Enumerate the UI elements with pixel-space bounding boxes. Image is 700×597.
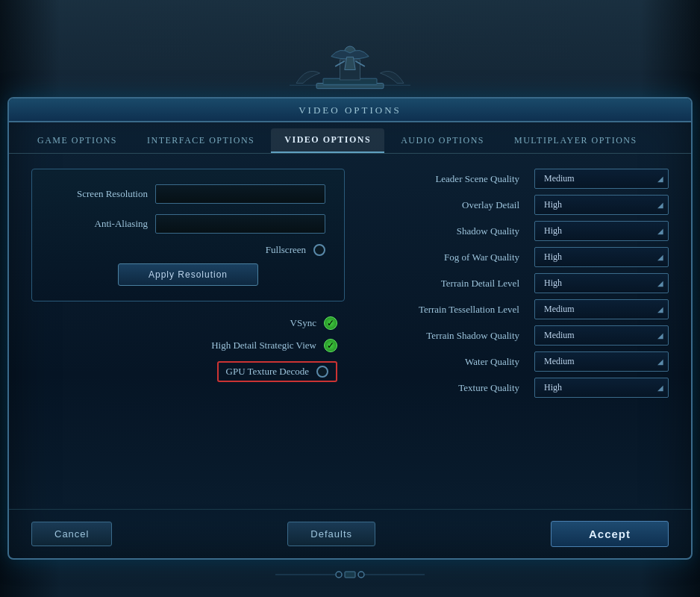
tab-multiplayer-options[interactable]: MULTIPLAYER OPTIONS bbox=[501, 129, 651, 152]
quality-row-terrain-tessellation: Terrain Tessellation Level Medium bbox=[367, 299, 669, 319]
high-detail-toggle[interactable]: ✓ bbox=[324, 339, 337, 352]
gpu-texture-radio[interactable] bbox=[316, 366, 328, 378]
terrain-detail-value: High bbox=[544, 278, 562, 289]
quality-row-terrain-shadow: Terrain Shadow Quality Medium bbox=[367, 325, 669, 346]
quality-row-shadow: Shadow Quality High bbox=[367, 221, 669, 241]
accept-button[interactable]: Accept bbox=[551, 521, 669, 547]
vsync-row: VSync ✓ bbox=[290, 316, 337, 330]
apply-resolution-button[interactable]: Apply Resolution bbox=[118, 263, 258, 286]
bottom-decoration bbox=[7, 560, 693, 590]
resolution-box: Screen Resolution Anti-Aliasing Fullscre… bbox=[31, 169, 345, 301]
quality-row-leader-scene: Leader Scene Quality Medium bbox=[367, 169, 669, 189]
shadow-quality-value: High bbox=[544, 225, 562, 237]
gpu-texture-row: GPU Texture Decode bbox=[217, 361, 337, 382]
right-panel: Leader Scene Quality Medium Overlay Deta… bbox=[367, 169, 669, 494]
water-quality-value: Medium bbox=[544, 356, 575, 367]
anti-aliasing-input[interactable] bbox=[155, 214, 325, 234]
anti-aliasing-label: Anti-Aliasing bbox=[51, 218, 148, 230]
top-decoration bbox=[7, 7, 693, 97]
toggle-section: VSync ✓ High Detail Strategic View ✓ GPU… bbox=[31, 316, 345, 382]
terrain-tessellation-value: Medium bbox=[544, 304, 575, 315]
fullscreen-label: Fullscreen bbox=[266, 244, 306, 256]
high-detail-row: High Detail Strategic View ✓ bbox=[211, 339, 337, 352]
fullscreen-radio[interactable] bbox=[313, 244, 325, 256]
screen-resolution-label: Screen Resolution bbox=[51, 188, 148, 200]
texture-quality-value: High bbox=[544, 382, 562, 393]
tab-video-options[interactable]: VIDEO OPTIONS bbox=[271, 128, 384, 153]
tab-game-options[interactable]: GAME OPTIONS bbox=[24, 129, 131, 152]
texture-quality-label: Texture Quality bbox=[367, 382, 527, 394]
leader-scene-label: Leader Scene Quality bbox=[367, 173, 527, 185]
overlay-detail-label: Overlay Detail bbox=[367, 199, 527, 211]
dialog-title: VIDEO OPTIONS bbox=[299, 104, 401, 116]
bottom-bar: Cancel Defaults Accept bbox=[9, 509, 691, 558]
anti-aliasing-row: Anti-Aliasing bbox=[51, 214, 325, 234]
leader-scene-value: Medium bbox=[544, 173, 575, 184]
terrain-detail-label: Terrain Detail Level bbox=[367, 278, 527, 290]
quality-row-fog-of-war: Fog of War Quality High bbox=[367, 247, 669, 267]
dialog-panel: VIDEO OPTIONS GAME OPTIONS INTERFACE OPT… bbox=[7, 97, 693, 560]
terrain-tessellation-label: Terrain Tessellation Level bbox=[367, 304, 527, 316]
quality-row-terrain-detail: Terrain Detail Level High bbox=[367, 273, 669, 293]
svg-point-10 bbox=[358, 572, 364, 578]
svg-rect-9 bbox=[345, 572, 355, 578]
water-quality-dropdown[interactable]: Medium bbox=[534, 351, 669, 372]
screen-resolution-row: Screen Resolution bbox=[51, 184, 325, 204]
defaults-button[interactable]: Defaults bbox=[287, 522, 375, 546]
vsync-toggle[interactable]: ✓ bbox=[324, 316, 337, 330]
gpu-texture-label: GPU Texture Decode bbox=[226, 366, 309, 378]
quality-row-water: Water Quality Medium bbox=[367, 351, 669, 372]
overlay-detail-value: High bbox=[544, 199, 562, 210]
screen-resolution-input[interactable] bbox=[155, 184, 325, 204]
fog-of-war-label: Fog of War Quality bbox=[367, 251, 527, 263]
terrain-shadow-value: Medium bbox=[544, 330, 575, 341]
high-detail-label: High Detail Strategic View bbox=[211, 340, 316, 351]
content-area: Screen Resolution Anti-Aliasing Fullscre… bbox=[9, 154, 691, 509]
terrain-detail-dropdown[interactable]: High bbox=[534, 273, 669, 293]
quality-row-texture: Texture Quality High bbox=[367, 378, 669, 398]
texture-quality-dropdown[interactable]: High bbox=[534, 378, 669, 398]
terrain-shadow-dropdown[interactable]: Medium bbox=[534, 325, 669, 346]
water-quality-label: Water Quality bbox=[367, 356, 527, 368]
shadow-quality-label: Shadow Quality bbox=[367, 225, 527, 237]
terrain-tessellation-dropdown[interactable]: Medium bbox=[534, 299, 669, 319]
fog-of-war-dropdown[interactable]: High bbox=[534, 247, 669, 267]
overlay-detail-dropdown[interactable]: High bbox=[534, 195, 669, 215]
terrain-shadow-label: Terrain Shadow Quality bbox=[367, 330, 527, 342]
fullscreen-row: Fullscreen bbox=[51, 244, 325, 256]
fog-of-war-value: High bbox=[544, 251, 562, 263]
tab-interface-options[interactable]: INTERFACE OPTIONS bbox=[134, 129, 268, 152]
left-panel: Screen Resolution Anti-Aliasing Fullscre… bbox=[31, 169, 345, 494]
vsync-label: VSync bbox=[290, 317, 316, 329]
tab-audio-options[interactable]: AUDIO OPTIONS bbox=[387, 129, 498, 152]
title-bar: VIDEO OPTIONS bbox=[9, 99, 691, 122]
shadow-quality-dropdown[interactable]: High bbox=[534, 221, 669, 241]
quality-row-overlay-detail: Overlay Detail High bbox=[367, 195, 669, 215]
cancel-button[interactable]: Cancel bbox=[31, 522, 112, 546]
svg-point-8 bbox=[336, 572, 342, 578]
tab-navigation: GAME OPTIONS INTERFACE OPTIONS VIDEO OPT… bbox=[9, 122, 691, 154]
leader-scene-dropdown[interactable]: Medium bbox=[534, 169, 669, 189]
